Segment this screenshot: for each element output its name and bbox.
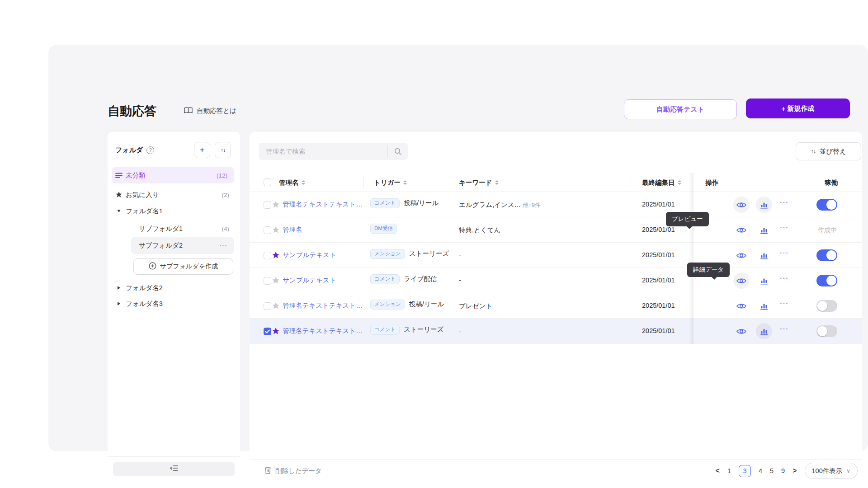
more-actions-icon[interactable]: ··· (778, 325, 791, 333)
details-tooltip: 詳細データ (687, 263, 730, 277)
favorite-star-icon[interactable] (272, 226, 280, 234)
trigger-badge: コメント (370, 198, 400, 208)
sidebar-item-folder1[interactable]: フォルダ名1 (112, 203, 236, 219)
details-chart-icon[interactable] (756, 323, 772, 339)
per-page-select[interactable]: 100件表示 ∨ (805, 463, 858, 479)
create-subfolder-button[interactable]: サブフォルダを作成 (133, 258, 233, 275)
row-checkbox[interactable] (264, 302, 271, 310)
favorite-star-icon[interactable] (272, 277, 280, 285)
sort-folders-button[interactable]: ↑↓ (215, 142, 231, 158)
details-chart-icon[interactable] (756, 272, 772, 289)
sidebar-item-unclassified[interactable]: 未分類 (12) (112, 167, 234, 183)
table-row[interactable]: 管理名テキストテキスト… コメント投稿/リール エルグラム,インス…他+9件 2… (250, 192, 862, 217)
search-input[interactable] (259, 148, 387, 155)
active-toggle[interactable] (816, 275, 837, 286)
help-icon[interactable]: ? (146, 146, 154, 154)
deleted-data-link[interactable]: 削除したデータ (264, 463, 322, 479)
current-page[interactable]: 3 (739, 465, 751, 477)
edited-date: 2025/01/01 (642, 226, 675, 233)
column-header-actions: 操作 (705, 173, 718, 192)
sort-button[interactable]: ↑↓ 並び替え (796, 142, 861, 160)
auto-reply-test-button[interactable]: 自動応答テスト (624, 99, 737, 119)
keyword-extra: 他+9件 (523, 202, 540, 208)
rule-name-link[interactable]: 管理名テキストテキスト… (283, 200, 363, 209)
more-actions-icon[interactable]: ··· (778, 249, 791, 257)
preview-eye-icon[interactable] (733, 323, 750, 339)
details-chart-icon[interactable] (756, 247, 772, 263)
favorite-star-icon[interactable] (272, 327, 280, 335)
trigger-badge: メンション (370, 249, 405, 259)
preview-eye-icon[interactable] (733, 222, 750, 238)
details-chart-icon[interactable] (756, 222, 772, 238)
sort-icon (495, 180, 499, 185)
status-creating: 作成中 (810, 226, 844, 235)
favorite-star-icon[interactable] (272, 201, 280, 209)
page-button[interactable]: 1 (727, 467, 731, 474)
select-all-checkbox[interactable] (264, 178, 271, 186)
column-header-trigger[interactable]: トリガー (374, 173, 407, 192)
next-page-button[interactable]: > (793, 467, 797, 475)
table-row[interactable]: 管理名 DM受信 特典,とくてん 2025/01/01 ··· 作成中 (250, 217, 862, 243)
favorite-star-icon[interactable] (272, 302, 280, 310)
sidebar-item-folder2[interactable]: フォルダ名2 (112, 280, 236, 296)
prev-page-button[interactable]: < (716, 467, 720, 475)
sidebar-item-subfolder1[interactable]: サブフォルダ1 (4) (112, 221, 236, 237)
sidebar-item-subfolder2[interactable]: サブフォルダ2 ··· (131, 237, 234, 254)
page-button[interactable]: 4 (759, 467, 762, 474)
trigger-type: 投稿/リール (409, 300, 444, 309)
preview-eye-icon[interactable] (733, 247, 750, 263)
table-row[interactable]: 管理名テキストテキスト… メンション投稿/リール プレゼント 2025/01/0… (250, 293, 862, 319)
column-header-active: 稼働 (825, 173, 838, 192)
search-icon[interactable] (388, 148, 408, 155)
table-row[interactable]: サンプルテキスト メンションストーリーズ - 2025/01/01 ··· (250, 243, 862, 268)
book-icon (184, 107, 193, 115)
chevron-right-icon (112, 302, 126, 305)
rule-name-link[interactable]: サンプルテキスト (283, 251, 336, 259)
more-actions-icon[interactable]: ··· (778, 224, 791, 231)
row-checkbox[interactable] (264, 277, 271, 285)
chevron-down-icon: ∨ (846, 468, 850, 474)
row-checkbox[interactable] (264, 328, 271, 335)
create-new-button[interactable]: + 新規作成 (746, 99, 850, 118)
rule-name-link[interactable]: 管理名テキストテキスト… (283, 301, 363, 310)
preview-eye-icon[interactable] (733, 197, 750, 213)
sort-icon (678, 180, 681, 185)
add-folder-button[interactable]: + (194, 142, 210, 158)
rule-name-link[interactable]: 管理名テキストテキスト… (283, 327, 363, 335)
column-header-name[interactable]: 管理名 (279, 173, 305, 192)
keyword-cell: 特典,とくてん (459, 226, 500, 235)
rule-name-link[interactable]: 管理名 (283, 225, 302, 234)
sidebar-item-favorites[interactable]: お気に入り (2) (112, 187, 236, 203)
active-toggle[interactable] (816, 199, 837, 211)
table-row[interactable]: サンプルテキスト コメントライブ配信 - 2025/01/01 ··· (250, 268, 862, 293)
details-chart-icon[interactable] (756, 298, 772, 314)
column-header-edited[interactable]: 最終編集日 (642, 173, 681, 192)
search-box (259, 143, 408, 160)
sort-arrows-icon: ↑↓ (811, 148, 816, 155)
column-header-keyword[interactable]: キーワード (459, 173, 499, 192)
more-actions-icon[interactable]: ··· (778, 198, 791, 206)
page-button[interactable]: 9 (781, 467, 785, 474)
active-toggle[interactable] (816, 325, 837, 337)
rule-name-link[interactable]: サンプルテキスト (283, 276, 336, 285)
favorite-star-icon[interactable] (272, 251, 280, 259)
edited-date: 2025/01/01 (642, 277, 675, 284)
preview-eye-icon[interactable] (733, 272, 750, 289)
row-checkbox[interactable] (264, 201, 271, 209)
more-actions-icon[interactable]: ··· (778, 274, 791, 282)
active-toggle[interactable] (816, 249, 837, 261)
more-actions-icon[interactable]: ··· (778, 300, 791, 307)
collapse-sidebar-button[interactable] (113, 462, 235, 476)
about-link[interactable]: 自動応答とは (184, 107, 236, 115)
plus-icon: + (782, 105, 786, 113)
folder-menu-icon[interactable]: ··· (220, 242, 228, 249)
page-button[interactable]: 5 (770, 467, 774, 474)
preview-eye-icon[interactable] (733, 298, 750, 314)
table-row[interactable]: 管理名テキストテキスト… コメントストーリーズ - 2025/01/01 ··· (250, 319, 862, 344)
active-toggle[interactable] (816, 300, 837, 312)
sidebar-item-folder3[interactable]: フォルダ名3 (112, 296, 236, 312)
row-checkbox[interactable] (264, 226, 271, 234)
details-chart-icon[interactable] (756, 197, 772, 213)
trigger-type: ストーリーズ (409, 249, 449, 258)
row-checkbox[interactable] (264, 252, 271, 259)
